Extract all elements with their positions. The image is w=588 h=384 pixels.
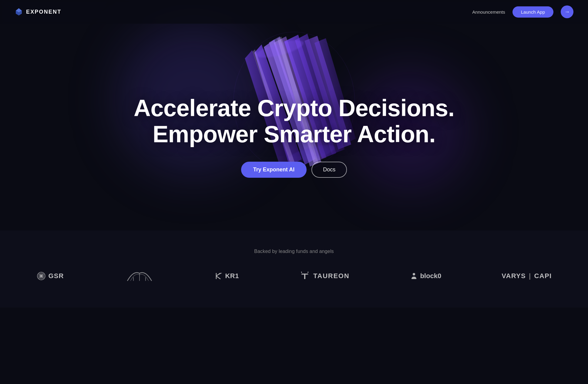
hero-title-line2: Empower Smarter Action. (153, 121, 435, 147)
try-exponent-ai-button[interactable]: Try Exponent AI (241, 162, 307, 178)
kr1-icon (215, 272, 223, 280)
block0-icon (410, 272, 418, 280)
hero-buttons: Try Exponent AI Docs (134, 162, 455, 178)
varys-text: VARYS (502, 272, 526, 280)
gsr-icon (36, 271, 46, 281)
launch-app-button[interactable]: Launch App (512, 6, 553, 18)
arrow-icon: → (564, 9, 570, 15)
logo-icon (15, 8, 23, 16)
arrow-button[interactable]: → (561, 5, 573, 18)
taureon-text: TAUREON (313, 272, 349, 280)
backer-logo-kr1: KR1 (215, 272, 239, 280)
docs-button[interactable]: Docs (311, 162, 347, 178)
backer-logo-block0: block0 (410, 272, 441, 280)
hero-title: Accelerate Crypto Decisions. Empower Sma… (134, 95, 455, 147)
bridge-svg (124, 269, 155, 283)
backer-logo-varys: VARYS | CAPI (502, 272, 552, 280)
backers-label: Backed by leading funds and angels (254, 249, 334, 254)
hero-section: Accelerate Crypto Decisions. Empower Sma… (0, 0, 588, 231)
svg-point-9 (255, 37, 305, 61)
backer-logo-taureon: TAUREON (299, 271, 349, 281)
gsr-text: GSR (49, 272, 64, 280)
logo[interactable]: EXPONENT (15, 8, 61, 16)
taureon-icon (299, 271, 310, 281)
logo-text: EXPONENT (26, 9, 61, 15)
block0-text: block0 (420, 272, 441, 280)
announcements-link[interactable]: Announcements (472, 9, 505, 15)
navbar: EXPONENT Announcements Launch App → (0, 0, 588, 24)
varys-divider: | (529, 272, 531, 280)
backers-section: Backed by leading funds and angels GSR (0, 231, 588, 308)
hero-title-line1: Accelerate Crypto Decisions. (134, 95, 455, 121)
hero-content: Accelerate Crypto Decisions. Empower Sma… (134, 95, 455, 178)
backer-logo-bridge (124, 269, 155, 283)
backers-logos: GSR KR1 (36, 269, 552, 283)
svg-point-31 (413, 273, 415, 275)
kr1-text: KR1 (225, 272, 239, 280)
varys-cap-text: CAPI (534, 272, 552, 280)
nav-right: Announcements Launch App → (472, 5, 573, 18)
backer-logo-gsr: GSR (36, 271, 64, 281)
